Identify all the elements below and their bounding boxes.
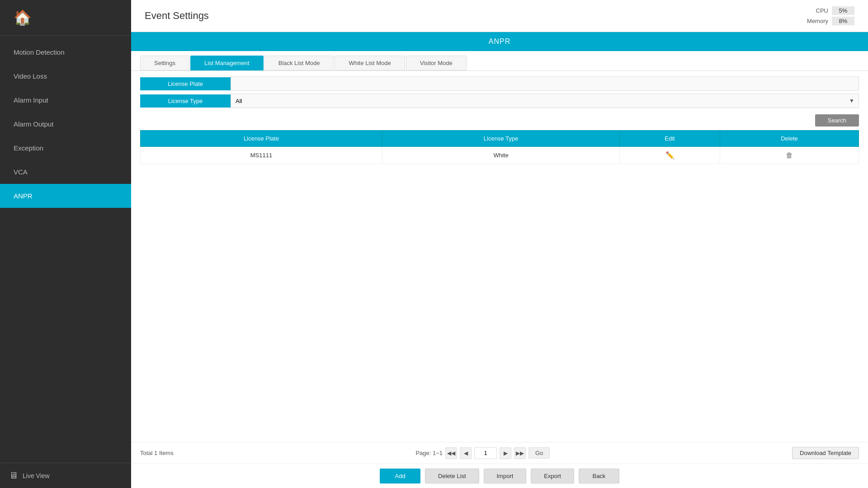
table-container: License Plate License Type Edit Delete M… [131,130,868,442]
tab-visitor-mode[interactable]: Visitor Mode [406,56,467,70]
table-row: MS1111 White ✏️ 🗑 [141,147,859,164]
license-plate-input[interactable] [231,76,859,91]
home-icon: 🏠 [14,9,32,26]
license-type-select-wrapper: All White Black Visitor ▼ [231,94,859,108]
cell-edit: ✏️ [620,147,720,164]
action-buttons: Add Delete List Import Export Back [131,464,868,488]
col-edit: Edit [620,131,720,147]
table-header-row: License Plate License Type Edit Delete [141,131,859,147]
license-type-select[interactable]: All White Black Visitor [231,94,859,108]
col-license-plate: License Plate [141,131,382,147]
go-button[interactable]: Go [528,447,550,459]
license-type-label: License Type [140,94,231,108]
anpr-header: ANPR [131,32,868,51]
total-items-label: Total 1 Items [140,450,174,456]
delete-icon[interactable]: 🗑 [786,151,793,160]
tab-black-list-mode[interactable]: Black List Mode [264,56,334,70]
sidebar: 🏠 Motion Detection Video Loss Alarm Inpu… [0,0,131,488]
first-page-button[interactable]: ◀◀ [445,447,457,459]
tab-list-management[interactable]: List Management [190,56,264,70]
export-button[interactable]: Export [531,469,574,483]
live-view-button[interactable]: 🖥 Live View [0,463,131,488]
data-table: License Plate License Type Edit Delete M… [140,130,859,164]
tab-settings[interactable]: Settings [140,56,189,70]
sidebar-item-video-loss[interactable]: Video Loss [0,64,131,88]
cpu-value: 5% [832,6,854,15]
nav-items: Motion Detection Video Loss Alarm Input … [0,36,131,463]
tab-white-list-mode[interactable]: White List Mode [335,56,405,70]
monitor-icon: 🖥 [9,470,18,481]
sidebar-item-alarm-input[interactable]: Alarm Input [0,88,131,112]
filter-section: License Plate License Type All White Bla… [131,71,868,114]
cell-delete: 🗑 [720,147,859,164]
sidebar-item-exception[interactable]: Exception [0,136,131,160]
sidebar-item-anpr[interactable]: ANPR [0,184,131,208]
cell-license-type: White [382,147,619,164]
memory-value: 8% [832,17,854,25]
sidebar-logo: 🏠 [0,0,131,36]
license-plate-label: License Plate [140,77,231,90]
last-page-button[interactable]: ▶▶ [514,447,526,459]
page-title: Event Settings [145,10,209,22]
memory-stat: Memory 8% [807,17,854,25]
search-button-row: Search [131,114,868,130]
search-button[interactable]: Search [815,114,859,127]
col-delete: Delete [720,131,859,147]
main-content: Event Settings CPU 5% Memory 8% ANPR Set… [131,0,868,488]
license-plate-filter-row: License Plate [140,76,859,91]
topbar: Event Settings CPU 5% Memory 8% [131,0,868,32]
cpu-stat: CPU 5% [816,6,854,15]
pagination-row: Total 1 Items Page: 1~1 ◀◀ ◀ ▶ ▶▶ Go Dow… [131,442,868,464]
sidebar-item-alarm-output[interactable]: Alarm Output [0,112,131,136]
pagination-controls: Page: 1~1 ◀◀ ◀ ▶ ▶▶ Go [415,447,550,459]
sidebar-item-vca[interactable]: VCA [0,160,131,184]
system-stats: CPU 5% Memory 8% [807,6,854,25]
tabs: Settings List Management Black List Mode… [131,51,868,71]
live-view-label: Live View [23,472,50,479]
delete-list-button[interactable]: Delete List [425,469,479,483]
cpu-label: CPU [816,7,828,14]
prev-page-button[interactable]: ◀ [460,447,472,459]
memory-label: Memory [807,18,828,24]
license-type-filter-row: License Type All White Black Visitor ▼ [140,94,859,108]
page-input[interactable] [474,447,497,459]
sidebar-item-motion-detection[interactable]: Motion Detection [0,40,131,64]
edit-icon[interactable]: ✏️ [665,151,675,160]
col-license-type: License Type [382,131,619,147]
download-template-button[interactable]: Download Template [792,447,859,459]
import-button[interactable]: Import [484,469,527,483]
next-page-button[interactable]: ▶ [500,447,511,459]
page-label: Page: 1~1 [415,450,443,456]
cell-license-plate: MS1111 [141,147,382,164]
add-button[interactable]: Add [380,469,420,483]
back-button[interactable]: Back [579,469,619,483]
